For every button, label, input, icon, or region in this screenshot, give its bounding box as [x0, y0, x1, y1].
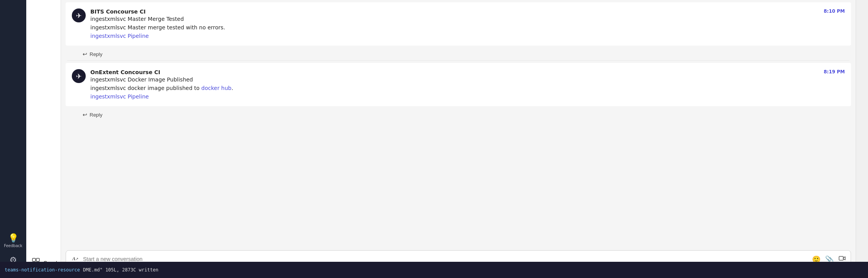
right-edge-panel — [856, 0, 868, 278]
feedback-label: Feedback — [4, 244, 22, 248]
message-time-1: 8:10 PM — [824, 8, 845, 14]
message-text-1: ingestxmlsvc Master Merge Tested — [90, 15, 845, 23]
table-row: ✈️ BITS Concourse CI ingestxmlsvc Master… — [66, 2, 851, 46]
reply-button-2[interactable]: ↩ Reply — [80, 110, 105, 119]
message-body: BITS Concourse CI ingestxmlsvc Master Me… — [90, 8, 845, 39]
avatar: ✈️ — [72, 8, 86, 22]
table-row: ✈️ OnExtent Concourse CI ingestxmlsvc Do… — [66, 63, 851, 106]
reply-label: Reply — [90, 51, 102, 57]
reply-label-2: Reply — [90, 112, 102, 118]
second-sidebar: Create team — [26, 0, 61, 278]
avatar: ✈️ — [72, 69, 86, 83]
compose-input[interactable] — [83, 256, 809, 262]
feedback-icon: 💡 — [8, 234, 19, 242]
messages-area: ✈️ BITS Concourse CI ingestxmlsvc Master… — [61, 0, 856, 248]
terminal-line-2: DME.md" 105L, 2873C written — [83, 267, 158, 273]
message-sender-2: OnExtent Concourse CI — [90, 69, 845, 75]
svg-rect-0 — [32, 258, 36, 261]
docker-hub-link[interactable]: docker hub — [201, 85, 231, 91]
avatar-icon: ✈️ — [76, 72, 81, 80]
svg-rect-1 — [36, 258, 39, 261]
message-time-2: 8:19 PM — [824, 69, 845, 75]
main-content: ✈️ BITS Concourse CI ingestxmlsvc Master… — [61, 0, 856, 278]
reply-area-2: ↩ Reply — [80, 110, 856, 119]
separator-1 — [67, 60, 849, 61]
terminal-bar: teams-notification-resource DME.md" 105L… — [0, 262, 868, 278]
pipeline-link-2[interactable]: ingestxmlsvc Pipeline — [90, 93, 149, 100]
message-text-3: ingestxmlsvc Docker Image Published — [90, 76, 845, 84]
message-body-2: OnExtent Concourse CI ingestxmlsvc Docke… — [90, 69, 845, 100]
reply-icon: ↩ — [83, 51, 87, 57]
message-text-2: ingestxmlsvc Master merge tested with no… — [90, 24, 845, 32]
message-sender: BITS Concourse CI — [90, 8, 845, 15]
svg-text:↗: ↗ — [75, 257, 78, 261]
avatar-icon: ✈️ — [76, 12, 81, 20]
reply-icon-2: ↩ — [83, 112, 87, 118]
left-sidebar: 💡 Feedback ⚙️ Settings — [0, 0, 26, 278]
pipeline-link-1[interactable]: ingestxmlsvc Pipeline — [90, 33, 149, 39]
svg-rect-8 — [839, 256, 843, 260]
reply-area-1: ↩ Reply — [80, 49, 856, 59]
message-text-4: ingestxmlsvc docker image published to d… — [90, 85, 845, 92]
sidebar-item-feedback[interactable]: 💡 Feedback — [2, 231, 24, 251]
terminal-line-1: teams-notification-resource — [5, 267, 80, 273]
reply-button-1[interactable]: ↩ Reply — [80, 49, 105, 59]
